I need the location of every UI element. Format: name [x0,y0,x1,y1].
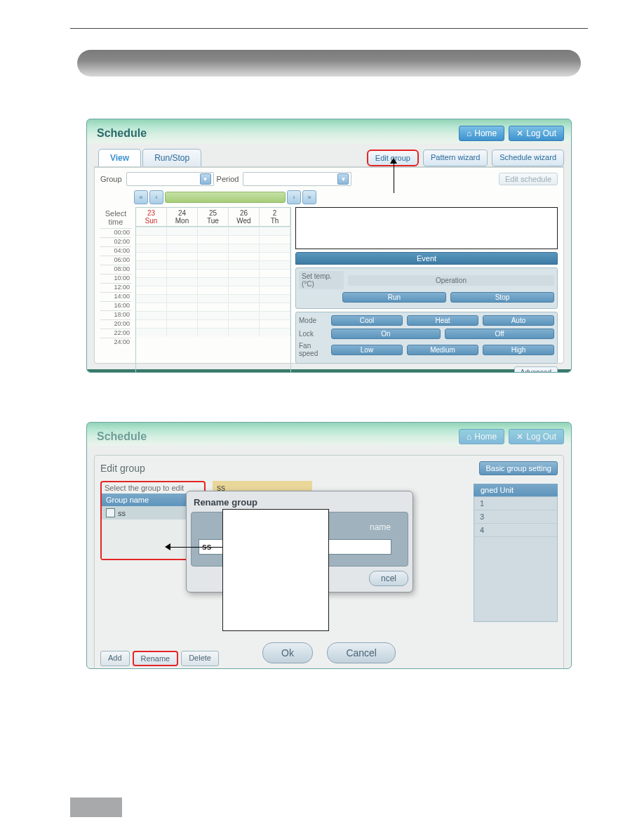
rename-cancel-button[interactable]: ncel [369,571,408,586]
schedule-panel: Group ▼ Period ▼ Edit schedule « ‹ › » S… [94,166,564,364]
schedule-grid[interactable]: 23Sun 24Mon 25Tue 26Wed 2Th [135,207,291,373]
assigned-unit-header: gned Unit [474,484,558,496]
logout-label: Log Out [526,128,556,138]
group-item-label: ss [118,509,126,517]
set-temp-label: Set temp.(°C) [299,271,344,289]
unit-row[interactable]: 3 [474,510,557,524]
mode-label: Mode [299,317,327,324]
off-button[interactable]: Off [445,329,554,339]
edit-schedule-button[interactable]: Edit schedule [499,173,558,185]
callout-arrow-line-2 [169,547,222,548]
run-button[interactable]: Run [342,292,446,303]
group-icon [106,508,115,517]
close-icon: ✕ [516,432,523,442]
schedule-screenshot-2: Schedule ⌂Home ✕Log Out Edit group Basic… [86,422,572,669]
edit-group-title: Edit group [100,463,479,474]
page-footer-block [70,797,122,817]
event-header: Event [295,252,558,265]
time-axis: Select time 00:00 02:00 04:00 06:00 08:0… [100,207,131,373]
select-time-label: Select time [100,207,131,228]
nav-last-button[interactable]: » [302,190,316,204]
tabs-row: View Run/Stop Edit group Pattern wizard … [87,146,571,166]
chevron-down-icon: ▼ [200,173,211,185]
advanced-button[interactable]: Advanced [514,366,558,373]
ok-button[interactable]: Ok [262,642,313,663]
callout-arrow-head [390,158,397,164]
nav-first-button[interactable]: « [134,190,148,204]
home-button[interactable]: ⌂ Home [459,126,504,141]
stop-button[interactable]: Stop [450,292,554,303]
window-title: Schedule [97,127,455,140]
tab-view[interactable]: View [98,149,141,166]
high-button[interactable]: High [483,345,554,355]
home-icon: ⌂ [467,128,471,138]
home-button[interactable]: ⌂Home [459,429,504,444]
fan-label: Fan speed [299,342,327,357]
medium-button[interactable]: Medium [407,345,478,355]
heat-button[interactable]: Heat [407,315,478,326]
nav-next-button[interactable]: › [287,190,301,204]
cool-button[interactable]: Cool [331,315,403,326]
event-panel: Event Set temp.(°C) Operation Run Stop [295,207,558,373]
operation-label: Operation [348,275,554,286]
window-title: Schedule [97,430,455,443]
chevron-down-icon: ▼ [337,173,349,185]
schedule-screenshot-1: Schedule ⌂ Home ✕ Log Out View Run/Stop … [86,119,572,373]
edit-group-panel: Edit group Basic group setting Select th… [94,455,564,669]
close-icon: ✕ [516,128,523,138]
unit-row[interactable]: 4 [474,524,557,537]
group-label: Group [100,175,122,183]
assigned-units-list: 1 3 4 [474,496,558,622]
low-button[interactable]: Low [331,345,403,355]
logout-button[interactable]: ✕ Log Out [509,126,564,141]
callout-arrow-line [394,161,394,193]
lock-label: Lock [299,330,327,338]
schedule-wizard-button[interactable]: Schedule wizard [492,150,564,166]
document-page: Schedule ⌂ Home ✕ Log Out View Run/Stop … [0,0,644,834]
logout-button[interactable]: ✕Log Out [509,429,564,444]
pattern-wizard-button[interactable]: Pattern wizard [423,150,488,166]
period-label: Period [217,175,239,183]
period-select[interactable]: ▼ [243,172,351,186]
cancel-button[interactable]: Cancel [327,642,396,663]
section-header-bar [77,50,581,77]
grid-rows [136,227,290,336]
callout-box [222,509,329,631]
callout-box [295,207,558,249]
status-time: 2009.8.25(Tue) 12:52 AM [486,372,565,373]
status-text: Schedule... 'Group information' was edit… [93,372,226,373]
on-button[interactable]: On [331,329,441,339]
nav-scroll-track[interactable] [165,192,286,203]
home-icon: ⌂ [467,432,471,442]
callout-arrow-head-2 [165,543,170,550]
unit-row[interactable]: 1 [474,497,557,510]
top-rule [70,28,588,50]
nav-prev-button[interactable]: ‹ [149,190,163,204]
tab-runstop[interactable]: Run/Stop [142,149,201,166]
home-label: Home [474,128,497,138]
basic-group-setting-button[interactable]: Basic group setting [479,461,558,475]
auto-button[interactable]: Auto [483,315,554,326]
group-select[interactable]: ▼ [126,172,214,186]
